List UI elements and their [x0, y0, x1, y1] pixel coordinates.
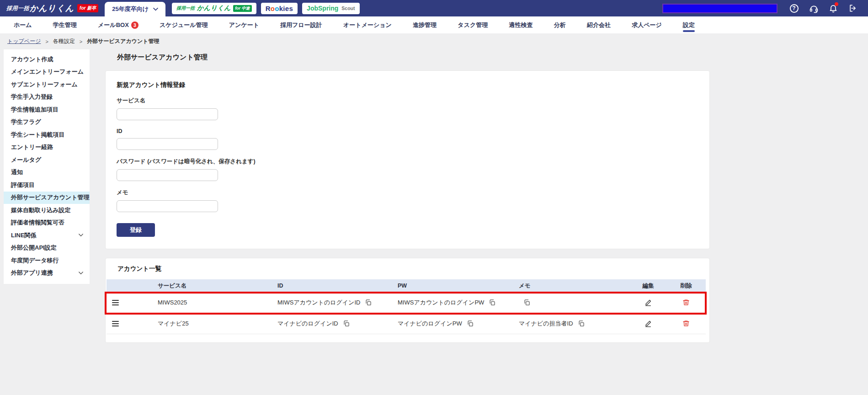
password-label: パスワード (パスワードは暗号化され、保存されます) — [117, 158, 698, 165]
graduation-year-selector[interactable]: 25年度卒向け — [105, 2, 165, 16]
logout-icon — [848, 4, 857, 13]
column-header-service: サービス名 — [158, 282, 277, 290]
sidebar-item-mail-tags[interactable]: メールタグ — [4, 154, 90, 166]
header-right-tools: ? — [662, 3, 868, 13]
form-card-title: 新規アカウント情報登録 — [117, 81, 698, 89]
logout-button[interactable] — [848, 3, 858, 13]
breadcrumb-top-page[interactable]: トップページ — [7, 37, 41, 45]
breadcrumb: トップページ > 各種設定 > 外部サービスアカウント管理 — [0, 33, 160, 49]
settings-sidebar: アカウント作成 メインエントリーフォーム サブエントリーフォーム 学生手入力登録… — [4, 49, 90, 284]
memo-field-group: メモ — [117, 189, 698, 212]
notification-dot-badge — [835, 2, 838, 6]
breadcrumb-separator: > — [45, 39, 48, 44]
jobspring-suffix: Scout — [341, 5, 355, 11]
column-header-delete: 削除 — [666, 282, 706, 290]
nav-tab-aptitude-test[interactable]: 適性検査 — [509, 16, 533, 33]
sidebar-item-student-sheet-fields[interactable]: 学生シート掲載項目 — [4, 128, 90, 141]
chuto-logo-prefix: 採用一括 — [176, 5, 195, 11]
nav-tab-automation[interactable]: オートメーション — [343, 16, 392, 33]
column-header-id: ID — [277, 283, 398, 289]
copy-icon — [523, 299, 530, 306]
sidebar-item-notifications[interactable]: 通知 — [4, 166, 90, 179]
nav-tab-job-page[interactable]: 求人ページ — [632, 16, 662, 33]
sidebar-item-main-entry-form[interactable]: メインエントリーフォーム — [4, 66, 90, 79]
main-content: 外部サービスアカウント管理 新規アカウント情報登録 サービス名 ID パスワード… — [105, 49, 710, 343]
logo-edition-badge: for 新卒 — [77, 4, 98, 12]
jobspring-logo: JobSpring — [307, 5, 338, 12]
column-header-pw: PW — [398, 283, 519, 289]
cell-login-id: MIWSアカウントのログインID — [277, 299, 360, 307]
sidebar-item-sub-entry-form[interactable]: サブエントリーフォーム — [4, 78, 90, 91]
table-row: MIWS2025 MIWSアカウントのログインID MIWSアカウントのログイン… — [107, 292, 706, 313]
sidebar-item-evaluation-items[interactable]: 評価項目 — [4, 179, 90, 192]
nav-tab-students[interactable]: 学生管理 — [53, 16, 77, 33]
sidebar-item-year-data-migration[interactable]: 年度間データ移行 — [4, 254, 90, 267]
copy-memo-button[interactable] — [578, 320, 585, 327]
help-button[interactable]: ? — [789, 3, 799, 13]
sidebar-item-entry-routes[interactable]: エントリー経路 — [4, 141, 90, 154]
nav-tab-settings[interactable]: 設定 — [683, 16, 695, 33]
service-name-field-group: サービス名 — [117, 97, 698, 120]
copy-id-button[interactable] — [343, 320, 350, 327]
copy-icon — [365, 299, 372, 306]
drag-handle-icon[interactable] — [112, 299, 119, 307]
copy-id-button[interactable] — [365, 299, 372, 306]
logo-main: かんりくん — [30, 3, 74, 14]
chevron-down-icon — [79, 272, 83, 275]
edit-row-button[interactable] — [644, 320, 652, 327]
nav-tab-agencies[interactable]: 紹介会社 — [587, 16, 611, 33]
register-button[interactable]: 登録 — [117, 223, 155, 237]
id-input[interactable] — [117, 138, 218, 150]
password-input[interactable] — [117, 169, 218, 181]
drag-handle-icon[interactable] — [112, 320, 119, 328]
copy-memo-button[interactable] — [523, 299, 530, 306]
sidebar-item-external-apps[interactable]: 外部アプリ連携 — [4, 267, 90, 280]
jobspring-scout-button[interactable]: JobSpring Scout — [302, 3, 359, 14]
trash-icon — [682, 320, 690, 327]
sidebar-item-external-service-accounts[interactable]: 外部サービスアカウント管理 — [4, 192, 90, 204]
sidebar-item-manual-student-entry[interactable]: 学生手入力登録 — [4, 91, 90, 104]
cell-login-id: マイナビのログインID — [277, 320, 338, 328]
nav-tab-schedule[interactable]: スケジュール管理 — [160, 16, 208, 33]
notifications-button[interactable] — [828, 3, 838, 13]
nav-tab-tasks[interactable]: タスク管理 — [458, 16, 488, 33]
id-field-group: ID — [117, 128, 698, 150]
top-header: 採用一括 かんりくん for 新卒 25年度卒向け 採用一括 かんりくん for… — [0, 0, 868, 16]
service-name-input[interactable] — [117, 108, 218, 120]
new-account-form-card: 新規アカウント情報登録 サービス名 ID パスワード (パスワードは暗号化され、… — [105, 70, 710, 249]
memo-input[interactable] — [117, 200, 218, 212]
logo-prefix: 採用一括 — [6, 5, 29, 12]
headset-icon — [809, 4, 819, 13]
nav-tab-mailbox[interactable]: メールBOX3 — [98, 16, 138, 33]
delete-row-button[interactable] — [682, 320, 690, 327]
sidebar-item-account-creation[interactable]: アカウント作成 — [4, 53, 90, 66]
cell-login-pw: マイナビのログインPW — [398, 320, 462, 328]
edit-row-button[interactable] — [644, 299, 652, 306]
nav-tab-progress[interactable]: 進捗管理 — [413, 16, 437, 33]
copy-pw-button[interactable] — [489, 299, 495, 306]
nav-tab-analytics[interactable]: 分析 — [554, 16, 566, 33]
copy-pw-button[interactable] — [467, 320, 474, 327]
sidebar-item-student-extra-fields[interactable]: 学生情報追加項目 — [4, 103, 90, 116]
kanrikun-chuto-button[interactable]: 採用一括 かんりくん for 中途 — [172, 3, 256, 14]
support-button[interactable] — [809, 3, 819, 13]
copy-icon — [489, 299, 495, 306]
breadcrumb-settings[interactable]: 各種設定 — [53, 37, 75, 45]
sidebar-item-line[interactable]: LINE関係 — [4, 229, 90, 242]
sidebar-item-public-api[interactable]: 外部公開API設定 — [4, 242, 90, 255]
sidebar-item-evaluator-info-visibility[interactable]: 評価者情報閲覧可否 — [4, 217, 90, 230]
nav-tab-survey[interactable]: アンケート — [229, 16, 259, 33]
sidebar-item-media-auto-import[interactable]: 媒体自動取り込み設定 — [4, 204, 90, 217]
nav-tab-home[interactable]: ホーム — [14, 16, 32, 33]
page-title: 外部サービスアカウント管理 — [117, 53, 710, 62]
id-label: ID — [117, 128, 698, 134]
list-card-title: アカウント一覧 — [117, 265, 706, 273]
service-name-label: サービス名 — [117, 97, 698, 105]
sidebar-item-student-flags[interactable]: 学生フラグ — [4, 116, 90, 129]
pencil-icon — [644, 299, 652, 306]
delete-row-button[interactable] — [682, 299, 690, 306]
redacted-account-info — [662, 4, 777, 13]
chevron-down-icon — [79, 234, 83, 237]
nav-tab-flow-design[interactable]: 採用フロー設計 — [280, 16, 322, 33]
rookies-button[interactable]: Rookies — [261, 3, 298, 14]
